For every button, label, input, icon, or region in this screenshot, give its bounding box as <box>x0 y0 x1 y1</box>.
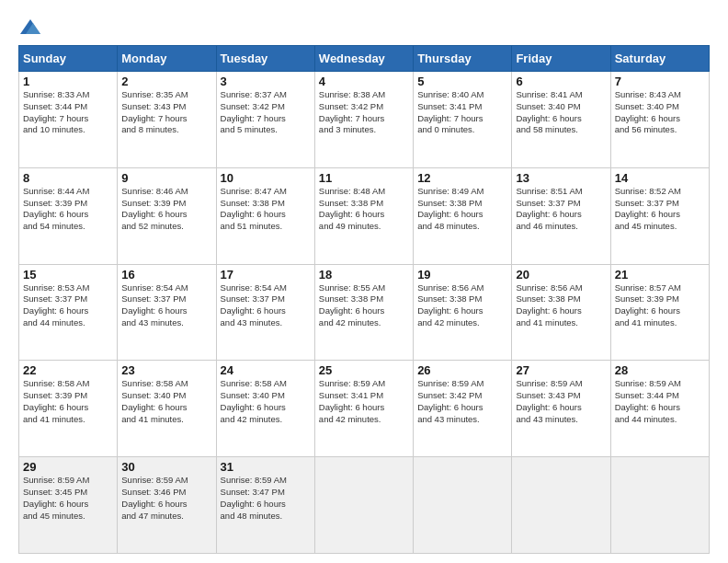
column-header-thursday: Thursday <box>414 46 512 72</box>
day-number: 7 <box>615 75 705 88</box>
cell-text: Sunrise: 8:58 AMSunset: 3:39 PMDaylight:… <box>23 378 113 425</box>
day-number: 30 <box>121 460 211 474</box>
day-number: 26 <box>417 363 507 377</box>
day-number: 2 <box>121 75 211 88</box>
cell-text: Sunrise: 8:37 AMSunset: 3:42 PMDaylight:… <box>221 89 311 136</box>
day-number: 1 <box>23 75 113 88</box>
day-number: 23 <box>121 363 211 377</box>
cell-text: Sunrise: 8:41 AMSunset: 3:40 PMDaylight:… <box>516 89 606 136</box>
calendar-cell: 9Sunrise: 8:46 AMSunset: 3:39 PMDaylight… <box>118 167 216 264</box>
calendar-cell: 29Sunrise: 8:59 AMSunset: 3:45 PMDayligh… <box>19 457 118 554</box>
calendar-cell: 14Sunrise: 8:52 AMSunset: 3:37 PMDayligh… <box>610 167 709 264</box>
calendar-cell: 4Sunrise: 8:38 AMSunset: 3:42 PMDaylight… <box>314 72 413 168</box>
calendar-cell: 26Sunrise: 8:59 AMSunset: 3:42 PMDayligh… <box>414 361 512 457</box>
calendar-cell: 13Sunrise: 8:51 AMSunset: 3:37 PMDayligh… <box>512 167 610 264</box>
cell-text: Sunrise: 8:59 AMSunset: 3:43 PMDaylight:… <box>516 378 606 425</box>
day-number: 21 <box>615 268 705 282</box>
calendar-cell: 22Sunrise: 8:58 AMSunset: 3:39 PMDayligh… <box>19 361 118 457</box>
calendar-cell: 7Sunrise: 8:43 AMSunset: 3:40 PMDaylight… <box>610 72 709 168</box>
day-number: 28 <box>615 363 705 377</box>
calendar: SundayMondayTuesdayWednesdayThursdayFrid… <box>18 45 710 554</box>
cell-text: Sunrise: 8:59 AMSunset: 3:44 PMDaylight:… <box>615 378 705 425</box>
calendar-cell: 28Sunrise: 8:59 AMSunset: 3:44 PMDayligh… <box>610 361 709 457</box>
cell-text: Sunrise: 8:48 AMSunset: 3:38 PMDaylight:… <box>319 186 409 233</box>
calendar-cell: 15Sunrise: 8:53 AMSunset: 3:37 PMDayligh… <box>19 264 118 361</box>
cell-text: Sunrise: 8:58 AMSunset: 3:40 PMDaylight:… <box>121 378 211 425</box>
day-number: 14 <box>615 171 705 185</box>
day-number: 31 <box>221 460 311 474</box>
cell-text: Sunrise: 8:56 AMSunset: 3:38 PMDaylight:… <box>516 282 606 329</box>
cell-text: Sunrise: 8:59 AMSunset: 3:46 PMDaylight:… <box>121 475 211 522</box>
cell-text: Sunrise: 8:33 AMSunset: 3:44 PMDaylight:… <box>23 89 113 136</box>
calendar-cell: 10Sunrise: 8:47 AMSunset: 3:38 PMDayligh… <box>216 167 314 264</box>
cell-text: Sunrise: 8:44 AMSunset: 3:39 PMDaylight:… <box>23 186 113 233</box>
calendar-cell: 11Sunrise: 8:48 AMSunset: 3:38 PMDayligh… <box>314 167 413 264</box>
calendar-cell: 5Sunrise: 8:40 AMSunset: 3:41 PMDaylight… <box>414 72 512 168</box>
day-number: 10 <box>221 171 311 185</box>
day-number: 25 <box>319 363 409 377</box>
day-number: 27 <box>516 363 606 377</box>
calendar-cell: 30Sunrise: 8:59 AMSunset: 3:46 PMDayligh… <box>118 457 216 554</box>
cell-text: Sunrise: 8:35 AMSunset: 3:43 PMDaylight:… <box>121 89 211 136</box>
calendar-cell: 27Sunrise: 8:59 AMSunset: 3:43 PMDayligh… <box>512 361 610 457</box>
cell-text: Sunrise: 8:54 AMSunset: 3:37 PMDaylight:… <box>221 282 311 329</box>
calendar-cell: 2Sunrise: 8:35 AMSunset: 3:43 PMDaylight… <box>118 72 216 168</box>
day-number: 13 <box>516 171 606 185</box>
day-number: 8 <box>23 171 113 185</box>
calendar-cell: 18Sunrise: 8:55 AMSunset: 3:38 PMDayligh… <box>314 264 413 361</box>
day-number: 12 <box>417 171 507 185</box>
cell-text: Sunrise: 8:59 AMSunset: 3:47 PMDaylight:… <box>221 475 311 522</box>
logo-icon <box>20 19 40 34</box>
cell-text: Sunrise: 8:59 AMSunset: 3:42 PMDaylight:… <box>417 378 507 425</box>
calendar-cell: 31Sunrise: 8:59 AMSunset: 3:47 PMDayligh… <box>216 457 314 554</box>
day-number: 11 <box>319 171 409 185</box>
header <box>18 14 710 38</box>
cell-text: Sunrise: 8:46 AMSunset: 3:39 PMDaylight:… <box>121 186 211 233</box>
day-number: 16 <box>121 268 211 282</box>
calendar-cell: 17Sunrise: 8:54 AMSunset: 3:37 PMDayligh… <box>216 264 314 361</box>
calendar-cell <box>414 457 512 554</box>
calendar-cell: 25Sunrise: 8:59 AMSunset: 3:41 PMDayligh… <box>314 361 413 457</box>
day-number: 20 <box>516 268 606 282</box>
column-header-monday: Monday <box>118 46 216 72</box>
calendar-cell <box>610 457 709 554</box>
day-number: 17 <box>221 268 311 282</box>
day-number: 18 <box>319 268 409 282</box>
day-number: 5 <box>417 75 507 88</box>
day-number: 4 <box>319 75 409 88</box>
column-header-wednesday: Wednesday <box>314 46 413 72</box>
cell-text: Sunrise: 8:40 AMSunset: 3:41 PMDaylight:… <box>417 89 507 136</box>
cell-text: Sunrise: 8:58 AMSunset: 3:40 PMDaylight:… <box>221 378 311 425</box>
day-number: 19 <box>417 268 507 282</box>
day-number: 22 <box>23 363 113 377</box>
cell-text: Sunrise: 8:57 AMSunset: 3:39 PMDaylight:… <box>615 282 705 329</box>
cell-text: Sunrise: 8:55 AMSunset: 3:38 PMDaylight:… <box>319 282 409 329</box>
column-header-sunday: Sunday <box>19 46 118 72</box>
cell-text: Sunrise: 8:51 AMSunset: 3:37 PMDaylight:… <box>516 186 606 233</box>
calendar-cell: 19Sunrise: 8:56 AMSunset: 3:38 PMDayligh… <box>414 264 512 361</box>
column-header-tuesday: Tuesday <box>216 46 314 72</box>
calendar-cell: 1Sunrise: 8:33 AMSunset: 3:44 PMDaylight… <box>19 72 118 168</box>
cell-text: Sunrise: 8:38 AMSunset: 3:42 PMDaylight:… <box>319 89 409 136</box>
cell-text: Sunrise: 8:49 AMSunset: 3:38 PMDaylight:… <box>417 186 507 233</box>
cell-text: Sunrise: 8:59 AMSunset: 3:45 PMDaylight:… <box>23 475 113 522</box>
cell-text: Sunrise: 8:43 AMSunset: 3:40 PMDaylight:… <box>615 89 705 136</box>
calendar-cell: 21Sunrise: 8:57 AMSunset: 3:39 PMDayligh… <box>610 264 709 361</box>
cell-text: Sunrise: 8:56 AMSunset: 3:38 PMDaylight:… <box>417 282 507 329</box>
calendar-cell: 6Sunrise: 8:41 AMSunset: 3:40 PMDaylight… <box>512 72 610 168</box>
cell-text: Sunrise: 8:59 AMSunset: 3:41 PMDaylight:… <box>319 378 409 425</box>
cell-text: Sunrise: 8:47 AMSunset: 3:38 PMDaylight:… <box>221 186 311 233</box>
calendar-cell <box>314 457 413 554</box>
day-number: 3 <box>221 75 311 88</box>
cell-text: Sunrise: 8:54 AMSunset: 3:37 PMDaylight:… <box>121 282 211 329</box>
cell-text: Sunrise: 8:53 AMSunset: 3:37 PMDaylight:… <box>23 282 113 329</box>
day-number: 29 <box>23 460 113 474</box>
logo-text <box>18 14 40 38</box>
day-number: 24 <box>221 363 311 377</box>
column-header-saturday: Saturday <box>610 46 709 72</box>
calendar-cell: 20Sunrise: 8:56 AMSunset: 3:38 PMDayligh… <box>512 264 610 361</box>
page: SundayMondayTuesdayWednesdayThursdayFrid… <box>0 0 728 563</box>
calendar-cell: 12Sunrise: 8:49 AMSunset: 3:38 PMDayligh… <box>414 167 512 264</box>
calendar-cell: 3Sunrise: 8:37 AMSunset: 3:42 PMDaylight… <box>216 72 314 168</box>
calendar-cell: 24Sunrise: 8:58 AMSunset: 3:40 PMDayligh… <box>216 361 314 457</box>
